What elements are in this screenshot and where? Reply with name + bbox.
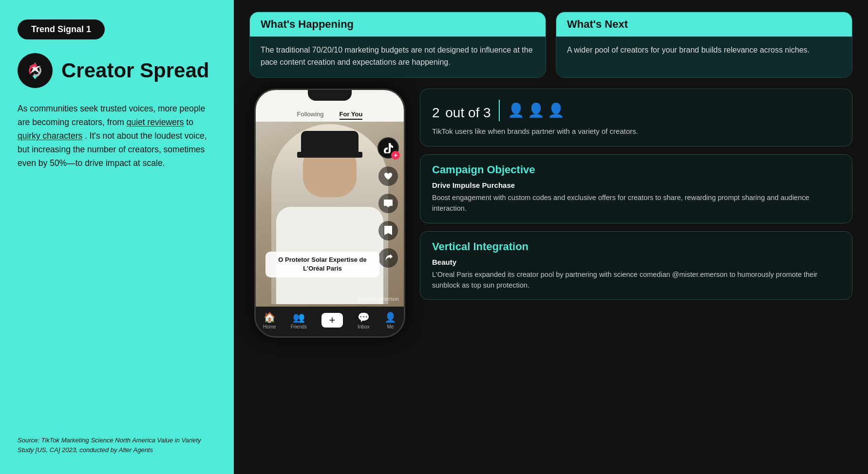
- phone-nav-tabs: Following For You: [256, 108, 404, 122]
- stat-icons: 👤 👤 👤: [508, 102, 565, 118]
- stat-divider: [499, 100, 500, 121]
- phone-share-button[interactable]: [378, 248, 398, 268]
- trend-badge: Trend Signal 1: [18, 19, 105, 39]
- home-icon: 🏠: [264, 311, 276, 323]
- person-icon-1: 👤: [508, 102, 525, 118]
- phone-bottom-home[interactable]: 🏠 Home: [263, 311, 276, 329]
- vertical-card-title: Vertical Integration: [432, 240, 840, 253]
- stat-number-row: 2 out of 3 👤 👤 👤: [432, 99, 840, 122]
- profile-icon: 👤: [384, 311, 396, 323]
- whats-next-title: What's Next: [567, 18, 628, 30]
- campaign-card-body: Boost engagement with custom codes and e…: [432, 192, 840, 214]
- creator-desc: As communities seek trusted voices, more…: [18, 102, 216, 170]
- whats-next-body: A wider pool of creators for your brand …: [556, 36, 852, 65]
- creator-title: Creator Spread: [61, 59, 209, 82]
- phone-bottom-me[interactable]: 👤 Me: [384, 311, 396, 329]
- stat-desc: TikTok users like when brands partner wi…: [432, 126, 840, 136]
- left-panel: Trend Signal 1 Creator Spread As communi…: [0, 0, 234, 474]
- creator-icon: [18, 53, 53, 88]
- stat-number: 2 out of 3: [432, 99, 491, 122]
- whats-happening-title: What's Happening: [261, 18, 354, 30]
- right-cards: 2 out of 3 👤 👤 👤 TikTok users like when …: [420, 89, 852, 462]
- phone-bottom-plus[interactable]: +: [321, 313, 343, 328]
- right-panel: What's Happening The traditional 70/20/1…: [234, 0, 868, 474]
- person-icon-2: 👤: [528, 102, 545, 118]
- phone-handle: @mister.emerson: [357, 296, 399, 302]
- friends-icon: 👥: [293, 311, 305, 323]
- stat-card: 2 out of 3 👤 👤 👤 TikTok users like when …: [420, 89, 852, 146]
- phone-nav-for-you[interactable]: For You: [340, 110, 363, 120]
- campaign-card-title: Campaign Objective: [432, 164, 840, 176]
- quiet-reviewers-link: quiet reviewers: [127, 117, 184, 127]
- phone-mockup: Following For You: [254, 89, 405, 338]
- phone-video-caption: O Protetor Solar Expertise de L'Oréal Pa…: [265, 252, 379, 277]
- whats-happening-header: What's Happening: [250, 12, 546, 36]
- vertical-integration-card: Vertical Integration Beauty L'Oreal Pari…: [420, 231, 852, 300]
- phone-notch: [308, 90, 352, 101]
- phone-container: Following For You: [249, 89, 410, 462]
- phone-bottom-inbox[interactable]: 💬 Inbox: [358, 311, 370, 329]
- inbox-icon: 💬: [358, 311, 370, 323]
- quirky-characters-link: quirky characters: [18, 131, 82, 141]
- campaign-card: Campaign Objective Drive Impulse Purchas…: [420, 154, 852, 223]
- middle-row: Following For You: [249, 89, 852, 462]
- vertical-card-subtitle: Beauty: [432, 258, 840, 266]
- phone-bookmark-button[interactable]: [378, 221, 398, 240]
- whats-happening-body: The traditional 70/20/10 marketing budge…: [250, 36, 546, 77]
- campaign-card-subtitle: Drive Impulse Purchase: [432, 181, 840, 189]
- whats-happening-card: What's Happening The traditional 70/20/1…: [249, 12, 546, 78]
- person-icon-3: 👤: [547, 102, 565, 118]
- top-row: What's Happening The traditional 70/20/1…: [249, 12, 852, 78]
- creator-header: Creator Spread: [18, 53, 216, 88]
- phone-person-hat: [301, 131, 359, 155]
- source-text: Source: TikTok Marketing Science North A…: [18, 436, 216, 455]
- phone-heart-button[interactable]: [378, 166, 398, 186]
- whats-next-card: What's Next A wider pool of creators for…: [556, 12, 852, 78]
- phone-status-bar: [256, 90, 404, 108]
- phone-comment-button[interactable]: [378, 194, 398, 213]
- phone-bottom-friends[interactable]: 👥 Friends: [291, 311, 307, 329]
- vertical-card-body: L'Oreal Paris expanded its creator pool …: [432, 269, 840, 291]
- phone-nav-following[interactable]: Following: [297, 110, 324, 120]
- phone-right-actions: [377, 137, 399, 268]
- tiktok-icon[interactable]: [377, 137, 399, 159]
- whats-next-header: What's Next: [556, 12, 852, 36]
- phone-video-area: O Protetor Solar Expertise de L'Oréal Pa…: [256, 122, 404, 307]
- phone-bottom-bar: 🏠 Home 👥 Friends + 💬 Inbox 👤 Me: [256, 307, 404, 336]
